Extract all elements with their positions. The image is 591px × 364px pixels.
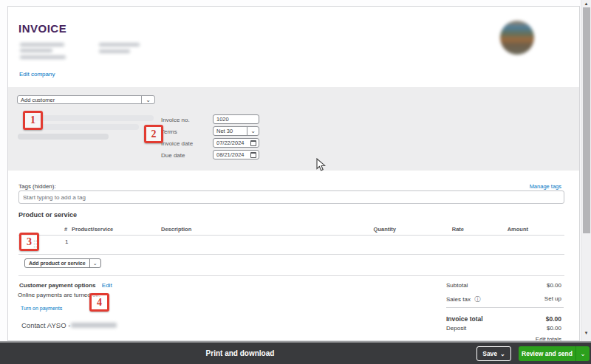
col-header-quantity: Quantity [374, 226, 396, 233]
invoice-date-label: Invoice date [161, 140, 193, 147]
table-row-divider [18, 254, 564, 255]
annotation-badge-3: 3 [19, 233, 39, 251]
invoice-date-input[interactable]: 07/22/2024 [213, 138, 259, 148]
payment-edit-link[interactable]: Edit [102, 282, 112, 289]
contact-text: Contact AYSO - [21, 321, 70, 329]
save-label: Save [482, 350, 497, 357]
company-logo[interactable] [500, 21, 534, 55]
invoice-no-value: 1020 [216, 116, 229, 123]
edit-company-link[interactable]: Edit company [19, 71, 55, 78]
calendar-icon[interactable] [250, 152, 256, 158]
redacted-company-phone [99, 49, 130, 53]
subtotal-value: $0.00 [547, 282, 561, 289]
review-send-button[interactable]: Review and send ⌄ [519, 346, 590, 361]
redacted-contact-info [71, 323, 117, 328]
terms-label: Terms [161, 128, 177, 135]
payments-status-text: Online payments are turned off. [18, 292, 100, 298]
col-header-description: Description [161, 226, 191, 233]
tag-input[interactable] [18, 190, 564, 204]
terms-value: Net 30 [213, 128, 233, 134]
turn-on-payments-link[interactable]: Turn on payments [21, 306, 62, 311]
payment-options-heading: Customer payment options Edit [19, 282, 112, 289]
table-header-divider [18, 235, 564, 236]
redacted-company-name [20, 43, 64, 47]
add-customer-combobox[interactable]: Add customer ⌄ [17, 95, 155, 104]
payment-options-title: Customer payment options [19, 282, 96, 289]
scrollbar-thumb[interactable] [583, 7, 590, 233]
add-customer-label: Add customer [18, 96, 141, 103]
invoice-no-input[interactable]: 1020 [213, 114, 259, 124]
chevron-down-icon[interactable]: ⌄ [500, 351, 505, 357]
due-date-label: Due date [161, 152, 185, 159]
scroll-up-icon[interactable]: ▴ [581, 1, 591, 7]
redacted-company-address-2 [20, 55, 66, 59]
invoice-page: INVOICE Edit company Add customer ⌄ 1 2 … [0, 0, 591, 364]
col-header-num: # [64, 226, 67, 233]
scroll-down-icon[interactable]: ▾ [581, 330, 591, 336]
edit-totals-link[interactable]: Edit totals [536, 336, 561, 341]
chevron-down-icon[interactable]: ⌄ [89, 259, 100, 267]
review-send-label: Review and send [519, 346, 575, 361]
redacted-customer-line-3 [18, 134, 109, 140]
sales-tax-label: Sales tax ⓘ [446, 295, 480, 303]
col-header-product: Product/service [72, 226, 113, 233]
footer-action-bar: Print and download Save ⌄ Review and sen… [0, 341, 591, 364]
product-service-heading: Product or service [18, 211, 77, 219]
manage-tags-link[interactable]: Manage tags [530, 183, 561, 190]
redacted-customer-line-1 [33, 115, 154, 121]
section-divider [18, 275, 564, 276]
col-header-rate: Rate [452, 226, 464, 233]
due-date-input[interactable]: 08/21/2024 [213, 150, 259, 159]
page-title: INVOICE [18, 22, 66, 35]
invoice-date-value: 07/22/2024 [216, 140, 245, 146]
invoice-no-label: Invoice no. [161, 117, 190, 123]
redacted-company-address-1 [20, 49, 52, 52]
calendar-icon[interactable] [250, 140, 256, 146]
mouse-cursor-icon [316, 158, 326, 175]
add-product-label: Add product or service [25, 259, 89, 267]
totals-divider [446, 307, 564, 308]
save-button[interactable]: Save ⌄ [476, 346, 511, 361]
annotation-badge-2: 2 [144, 125, 163, 143]
tags-label: Tags (hidden): [18, 183, 56, 190]
info-icon[interactable]: ⓘ [474, 296, 480, 303]
terms-select[interactable]: Net 30 ⌄ [213, 126, 259, 136]
chevron-down-icon[interactable]: ⌄ [141, 96, 154, 103]
deposit-value: $0.00 [547, 325, 561, 332]
chevron-down-icon[interactable]: ⌄ [575, 346, 590, 361]
redacted-customer-line-2 [38, 124, 139, 130]
subtotal-label: Subtotal [446, 282, 468, 289]
vertical-scrollbar[interactable]: ▴ ▾ [581, 0, 591, 341]
annotation-badge-1: 1 [23, 111, 43, 130]
col-header-amount: Amount [508, 226, 528, 233]
redacted-company-email [99, 43, 140, 47]
due-date-value: 08/21/2024 [216, 151, 245, 158]
row-number[interactable]: 1 [65, 238, 68, 245]
sales-tax-text: Sales tax [446, 296, 471, 303]
print-download-button[interactable]: Print and download [0, 343, 480, 364]
chevron-down-icon[interactable]: ⌄ [250, 128, 256, 134]
sales-tax-setup-link[interactable]: Set up [544, 295, 561, 302]
deposit-label: Deposit [446, 325, 466, 332]
annotation-badge-4: 4 [89, 293, 109, 312]
invoice-total-label: Invoice total [446, 315, 483, 323]
invoice-form-card: INVOICE Edit company Add customer ⌄ 1 2 … [7, 6, 580, 341]
invoice-total-value: $0.00 [546, 315, 561, 323]
add-product-button[interactable]: Add product or service ⌄ [24, 258, 101, 268]
